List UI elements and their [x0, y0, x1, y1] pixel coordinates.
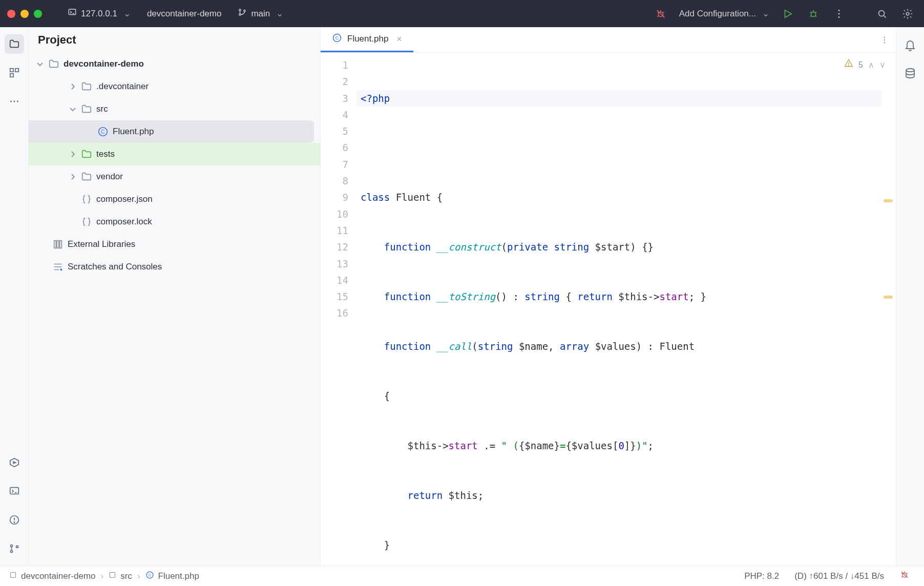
- window-minimize-button[interactable]: [20, 10, 29, 18]
- vcs-branch-chip[interactable]: main ⌄: [233, 5, 288, 23]
- no-chevron: [85, 128, 93, 136]
- svg-point-9: [879, 10, 885, 16]
- run-button[interactable]: [779, 5, 797, 23]
- breadcrumb-separator: ›: [101, 571, 104, 581]
- svg-point-2: [239, 14, 241, 15]
- editor-tab-menu[interactable]: [873, 27, 896, 52]
- vcs-tool-button[interactable]: [5, 539, 24, 558]
- chevron-down-icon: ⌄: [276, 8, 283, 19]
- module-icon: [109, 571, 116, 581]
- warning-count: 5: [858, 58, 863, 72]
- prev-highlight-button[interactable]: ∧: [868, 58, 874, 72]
- editor-tab-fluent-php[interactable]: C Fluent.php ×: [321, 27, 413, 52]
- folder-icon: [81, 81, 92, 92]
- branch-icon: [238, 8, 247, 19]
- more-tools-button[interactable]: [5, 92, 24, 111]
- folder-icon: [48, 58, 59, 70]
- project-panel: Project devcontainer-demo .devcontainer …: [29, 27, 321, 566]
- structure-tool-button[interactable]: [5, 63, 24, 82]
- debug-button[interactable]: [804, 5, 823, 23]
- library-icon: [52, 239, 64, 250]
- svg-rect-13: [10, 74, 13, 77]
- breadcrumb-label: Fluent.php: [158, 571, 199, 581]
- remote-host-chip[interactable]: 127.0.0.1 ⌄: [62, 5, 136, 23]
- breadcrumb-src[interactable]: src: [109, 571, 132, 581]
- svg-rect-11: [10, 69, 13, 72]
- warning-icon: [844, 58, 853, 72]
- svg-rect-26: [54, 241, 56, 248]
- svg-point-16: [16, 101, 18, 102]
- project-name[interactable]: devcontainer-demo: [143, 9, 226, 19]
- warning-marker[interactable]: [884, 199, 893, 202]
- tree-item-fluent-php[interactable]: C Fluent.php: [29, 120, 314, 143]
- breadcrumb-file[interactable]: C Fluent.php: [145, 571, 199, 582]
- code-content[interactable]: <?php class Fluent { function __construc…: [356, 53, 881, 566]
- tree-item-vendor[interactable]: vendor: [29, 165, 320, 188]
- no-chevron: [69, 218, 77, 226]
- breadcrumb-project[interactable]: devcontainer-demo: [9, 571, 96, 581]
- svg-point-10: [906, 12, 909, 15]
- tree-external-libraries[interactable]: External Libraries: [29, 233, 320, 256]
- database-tool-button[interactable]: [902, 66, 918, 81]
- inspection-widget[interactable]: 5 ∧ ∨: [844, 58, 886, 72]
- tree-item-devcontainer[interactable]: .devcontainer: [29, 75, 320, 98]
- breadcrumb-label: devcontainer-demo: [21, 571, 96, 581]
- php-version-status[interactable]: PHP: 8.2: [739, 571, 784, 581]
- svg-point-29: [60, 268, 62, 270]
- remote-host-label: 127.0.0.1: [81, 9, 117, 19]
- tree-item-label: vendor: [96, 172, 123, 182]
- close-tab-button[interactable]: ×: [396, 34, 402, 45]
- search-everywhere-button[interactable]: [873, 5, 891, 23]
- more-actions-button[interactable]: [830, 5, 848, 23]
- notifications-tool-button[interactable]: [902, 37, 918, 53]
- json-file-icon: [81, 216, 92, 227]
- code-area[interactable]: 1 2 3 4 5 6 7 8 9 10 11 12 13 14 15 16 <…: [321, 53, 896, 566]
- breadcrumb-separator: ›: [137, 571, 140, 581]
- network-status[interactable]: (D) ↑601 B/s / ↓451 B/s: [789, 571, 889, 581]
- tree-item-label: External Libraries: [68, 239, 135, 249]
- project-panel-title: Project: [29, 27, 320, 53]
- debug-listener-status[interactable]: [894, 570, 915, 582]
- svg-point-35: [848, 65, 849, 66]
- warning-marker[interactable]: [884, 296, 893, 299]
- svg-point-14: [10, 101, 12, 102]
- php-class-icon: C: [145, 571, 154, 582]
- svg-point-36: [906, 69, 914, 72]
- tree-item-src[interactable]: src: [29, 98, 320, 120]
- svg-point-21: [10, 545, 12, 547]
- tree-scratches[interactable]: Scratches and Consoles: [29, 256, 320, 278]
- tree-root-label: devcontainer-demo: [64, 59, 144, 69]
- tree-root[interactable]: devcontainer-demo: [29, 53, 320, 75]
- problems-tool-button[interactable]: [5, 510, 24, 530]
- window-zoom-button[interactable]: [34, 10, 42, 18]
- svg-rect-0: [69, 9, 76, 15]
- vcs-branch-label: main: [251, 9, 270, 19]
- chevron-down-icon: [36, 60, 44, 68]
- tree-item-composer-lock[interactable]: composer.lock: [29, 211, 320, 233]
- folder-tests-icon: [81, 149, 92, 160]
- window-close-button[interactable]: [7, 10, 15, 18]
- scratches-icon: [52, 261, 64, 273]
- module-icon: [9, 571, 17, 581]
- svg-point-1: [239, 9, 241, 11]
- left-toolstripe: [0, 27, 29, 566]
- tree-item-composer-json[interactable]: composer.json: [29, 188, 320, 211]
- tree-item-tests[interactable]: tests: [29, 143, 320, 165]
- svg-point-3: [244, 10, 245, 11]
- svg-point-32: [884, 36, 885, 37]
- chevron-right-icon: [69, 173, 77, 181]
- svg-text:C: C: [335, 35, 339, 40]
- project-tree[interactable]: devcontainer-demo .devcontainer src C Fl…: [29, 53, 320, 566]
- error-stripe[interactable]: [881, 53, 896, 566]
- tree-item-label: composer.json: [96, 194, 153, 204]
- line-gutter: 1 2 3 4 5 6 7 8 9 10 11 12 13 14 15 16: [321, 53, 356, 566]
- debug-disabled-icon[interactable]: [652, 5, 670, 23]
- services-tool-button[interactable]: [5, 453, 24, 472]
- settings-button[interactable]: [898, 5, 917, 23]
- php-class-icon: C: [332, 33, 342, 46]
- terminal-tool-button[interactable]: [5, 482, 24, 501]
- json-file-icon: [81, 194, 92, 205]
- run-configuration-selector[interactable]: Add Configuration... ⌄: [677, 8, 771, 19]
- project-tool-button[interactable]: [5, 34, 24, 54]
- tree-item-label: composer.lock: [96, 217, 152, 227]
